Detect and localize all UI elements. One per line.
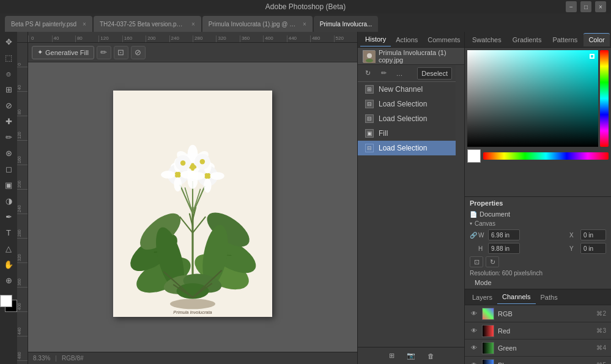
layer-blue-eye[interactable]: 👁 (470, 361, 478, 365)
delete-channel-button[interactable]: 🗑 (424, 350, 437, 362)
color-spectrum[interactable] (467, 50, 598, 147)
tab-color[interactable]: Color (583, 33, 609, 46)
y-input[interactable] (580, 243, 606, 254)
canvas-area[interactable]: 0 40 80 120 160 200 240 280 320 360 400 … (17, 32, 357, 364)
maximize-button[interactable]: □ (580, 1, 591, 12)
dodge-tool[interactable]: ◑ (1, 193, 16, 208)
tab-comments[interactable]: Comments (423, 33, 465, 46)
height-input[interactable] (488, 243, 520, 254)
rotate-canvas-button[interactable]: ↻ (486, 256, 499, 267)
clone-tool[interactable]: ⊛ (1, 146, 16, 160)
context-menu-load-selection-2[interactable]: ⊟ Load Selection (358, 111, 456, 126)
resolution-text: Resolution: 600 pixels/inch (470, 270, 606, 279)
transform-icon-button[interactable]: ⊡ (114, 46, 128, 59)
healing-tool[interactable]: ✚ (1, 114, 16, 128)
tab-bar: Beta PS AI painterly.psd × TH24-037-25 B… (0, 13, 611, 32)
botanical-illustration: Primula Involucrata Mounstro Thomas Bond (113, 91, 272, 317)
lasso-tool[interactable]: ⌾ (1, 66, 16, 81)
layer-green-eye[interactable]: 👁 (470, 344, 478, 352)
fg-color-swatch[interactable] (467, 149, 481, 163)
tab-layers[interactable]: Layers (467, 291, 497, 304)
select-tool[interactable]: ⬚ (1, 50, 16, 65)
gradient-tool[interactable]: ▣ (1, 177, 16, 192)
crop-tool[interactable]: ⊞ (1, 82, 16, 97)
minimize-button[interactable]: − (566, 1, 577, 12)
crop-document-button[interactable]: ⊡ (470, 256, 483, 267)
tab-4[interactable]: Primula Involucra... (314, 16, 379, 32)
history-item-label: Primula Involucrata (1) copy.jpg (379, 49, 459, 64)
load-sel-1-icon: ⊟ (365, 100, 374, 108)
document-label: Document (480, 210, 510, 218)
tab-2[interactable]: TH24-037-25 Beta version.psd @... × (94, 16, 201, 32)
width-label: W (478, 232, 487, 239)
svg-point-53 (180, 160, 185, 165)
brush-tool[interactable]: ✏ (1, 130, 16, 144)
context-menu-load-selection-3[interactable]: ⊟ Load Selection (358, 141, 456, 155)
tab-swatches[interactable]: Swatches (467, 33, 506, 46)
layer-blue-name: Blue (498, 362, 593, 365)
generative-fill-button[interactable]: ✦ Generative Fill (32, 46, 94, 59)
x-label: X (569, 232, 578, 239)
tab-channels[interactable]: Channels (497, 291, 535, 304)
svg-point-56 (170, 299, 215, 309)
tab-patterns[interactable]: Patterns (547, 33, 582, 46)
context-menu-load-selection-1[interactable]: ⊟ Load Selection (358, 97, 456, 111)
history-edit-button[interactable]: ✏ (377, 67, 390, 80)
create-channel-button[interactable]: ⊞ (385, 350, 398, 362)
layer-blue-shortcut: ⌘5 (596, 362, 606, 364)
link-icon: 🔗 (470, 232, 477, 239)
color-spectrum-area (467, 50, 609, 147)
layer-green-thumb (482, 342, 494, 354)
history-more-button[interactable]: … (393, 67, 405, 80)
close-button[interactable]: × (595, 1, 606, 12)
zoom-tool[interactable]: ⊕ (1, 273, 16, 288)
shape-tool[interactable]: △ (1, 241, 16, 256)
width-input[interactable] (488, 229, 520, 240)
context-menu-container: ↻ ✏ … Deselect ⊞ New Channel ⊟ Load Sele… (358, 65, 464, 364)
history-thumb (363, 50, 375, 62)
eraser-tool[interactable]: ◻ (1, 162, 16, 176)
deselect-button[interactable]: Deselect (417, 67, 452, 80)
edit-icon-button[interactable]: ✏ (97, 46, 111, 59)
tools-bar: ✥ ⬚ ⌾ ⊞ ⊘ ✚ ✏ ⊛ ◻ ▣ ◑ ✒ T △ ✋ ⊕ (0, 32, 17, 364)
hand-tool[interactable]: ✋ (1, 257, 16, 272)
layer-blue[interactable]: 👁 Blue ⌘5 (465, 357, 611, 364)
color-swatch-row (467, 149, 609, 163)
pen-tool[interactable]: ✒ (1, 209, 16, 224)
layer-rgb-eye[interactable]: 👁 (470, 310, 478, 318)
x-input[interactable] (580, 229, 606, 240)
context-menu-new-channel[interactable]: ⊞ New Channel (358, 82, 456, 97)
canvas-icon-row: ⊡ ↻ (470, 256, 606, 267)
properties-section: Properties 📄 Document ▾ Canvas 🔗 W X (465, 197, 611, 289)
svg-point-49 (204, 178, 212, 192)
layer-green[interactable]: 👁 Green ⌘4 (465, 340, 611, 357)
tab-2-close[interactable]: × (191, 21, 195, 28)
tab-1-close[interactable]: × (83, 21, 86, 28)
foreground-swatch[interactable] (0, 295, 12, 307)
tab-gradients[interactable]: Gradients (508, 33, 547, 46)
eyedropper-tool[interactable]: ⊘ (1, 98, 16, 113)
layer-rgb[interactable]: 👁 RGB ⌘2 (465, 305, 611, 322)
gen-fill-label: Generative Fill (45, 49, 89, 56)
canvas-label: Canvas (475, 220, 495, 227)
layer-red[interactable]: 👁 Red ⌘3 (465, 322, 611, 340)
camera-button[interactable]: 📷 (405, 350, 417, 362)
document-row[interactable]: 📄 Document (470, 210, 606, 218)
tab-3[interactable]: Primula Involucrata (1).jpg @ 8.33... × (202, 16, 313, 32)
tab-paths[interactable]: Paths (536, 291, 563, 304)
hue-bar[interactable] (600, 50, 609, 147)
hue-slider[interactable] (483, 152, 609, 160)
history-back-button[interactable]: ↻ (361, 67, 374, 80)
color-swatches[interactable] (0, 295, 17, 312)
layer-red-eye[interactable]: 👁 (470, 327, 478, 335)
tab-3-close[interactable]: × (303, 21, 306, 28)
move-tool[interactable]: ✥ (1, 34, 16, 49)
tab-1[interactable]: Beta PS AI painterly.psd × (5, 16, 92, 32)
context-menu-fill[interactable]: ▣ Fill (358, 126, 456, 141)
tab-actions[interactable]: Actions (391, 33, 423, 46)
history-header-item[interactable]: Primula Involucrata (1) copy.jpg (358, 48, 464, 65)
text-tool[interactable]: T (1, 225, 16, 240)
filter-icon-button[interactable]: ⊘ (131, 46, 146, 59)
canvas-subsection[interactable]: ▾ Canvas (470, 220, 606, 227)
tab-history[interactable]: History (360, 33, 391, 46)
